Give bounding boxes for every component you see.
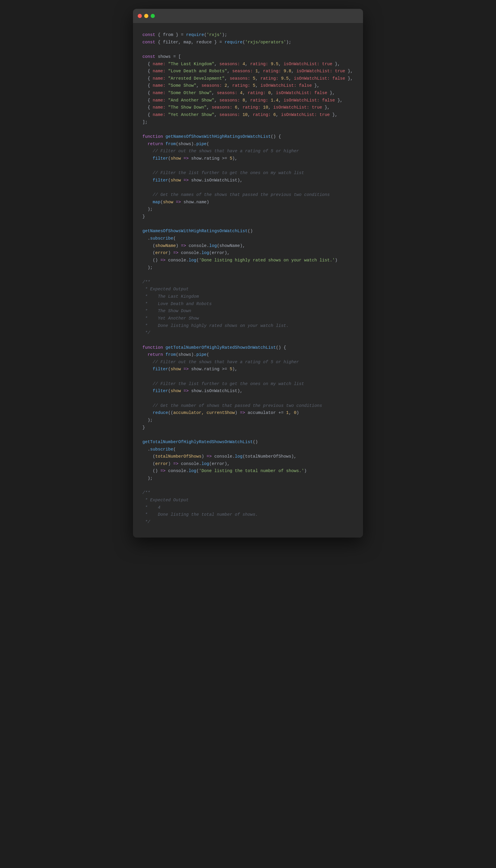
maximize-button[interactable] bbox=[151, 14, 155, 18]
editor-window: const { from } = require('rxjs'); const … bbox=[133, 9, 363, 537]
code-editor[interactable]: const { from } = require('rxjs'); const … bbox=[133, 23, 363, 537]
minimize-button[interactable] bbox=[144, 14, 148, 18]
titlebar bbox=[133, 9, 363, 23]
close-button[interactable] bbox=[138, 14, 142, 18]
